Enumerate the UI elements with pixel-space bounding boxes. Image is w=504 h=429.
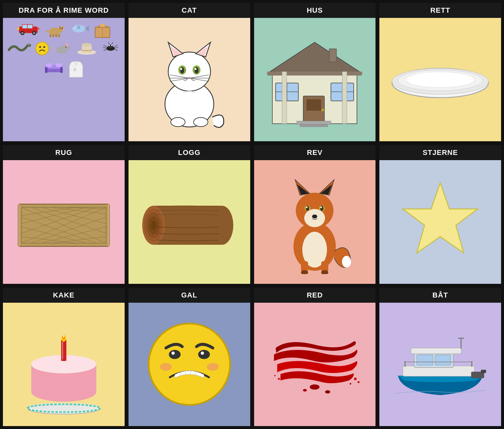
svg-point-24 <box>74 26 75 27</box>
stjerne-header: STJERNE <box>379 145 501 160</box>
rug-body <box>3 160 125 284</box>
svg-point-5 <box>21 32 23 34</box>
svg-point-90 <box>321 109 324 111</box>
wordbank-body[interactable] <box>3 18 125 141</box>
wordbank-car[interactable] <box>15 21 41 37</box>
svg-point-7 <box>33 32 35 34</box>
svg-rect-18 <box>53 34 54 37</box>
svg-rect-188 <box>435 355 451 365</box>
wordbank-box[interactable] <box>93 21 112 38</box>
bat-header: BÅT <box>379 288 501 303</box>
svg-line-54 <box>114 49 118 50</box>
hus-header: HUS <box>254 3 376 18</box>
svg-line-49 <box>103 45 107 47</box>
svg-point-143 <box>306 206 309 211</box>
svg-rect-165 <box>62 341 63 359</box>
svg-point-34 <box>39 46 41 48</box>
svg-point-184 <box>274 375 276 376</box>
wordbank-snake[interactable] <box>6 40 32 53</box>
svg-rect-187 <box>417 355 433 365</box>
svg-marker-86 <box>267 42 362 73</box>
svg-point-35 <box>43 46 45 48</box>
cake-image <box>20 314 108 415</box>
svg-point-73 <box>195 67 198 74</box>
svg-point-65 <box>168 52 211 91</box>
house-image <box>264 33 365 127</box>
red-body <box>254 303 376 426</box>
svg-marker-22 <box>85 26 89 32</box>
svg-line-51 <box>103 49 107 50</box>
wordbank-labcoat[interactable] <box>67 59 85 80</box>
svg-rect-3 <box>28 25 32 28</box>
svg-rect-189 <box>411 348 461 354</box>
svg-line-50 <box>103 48 107 48</box>
svg-rect-44 <box>82 50 92 51</box>
rug-image <box>12 191 116 253</box>
svg-point-16 <box>62 29 63 30</box>
cat-header: CAT <box>129 3 250 18</box>
kake-header: KAKE <box>3 288 125 303</box>
svg-point-168 <box>198 350 210 359</box>
svg-rect-62 <box>60 67 62 73</box>
gal-body <box>129 303 250 426</box>
svg-rect-61 <box>45 67 47 73</box>
hus-body <box>254 18 376 141</box>
red-paint-image <box>263 322 367 407</box>
svg-point-33 <box>36 42 49 55</box>
svg-point-72 <box>180 67 184 74</box>
cell-rett: RETT <box>378 2 502 142</box>
svg-point-43 <box>82 43 92 47</box>
wordbank-fish[interactable] <box>68 21 91 37</box>
svg-point-144 <box>320 206 323 211</box>
svg-rect-19 <box>56 34 57 37</box>
wordbank-hat[interactable] <box>75 40 98 57</box>
svg-point-48 <box>111 45 113 46</box>
cell-stjerne: STJERNE <box>378 144 502 284</box>
wordbank-bed[interactable] <box>42 59 65 75</box>
svg-point-182 <box>350 383 351 385</box>
svg-point-145 <box>306 206 308 208</box>
svg-point-75 <box>195 68 197 70</box>
svg-rect-60 <box>56 63 62 67</box>
fox-image <box>272 170 357 274</box>
wordbank-mouse[interactable] <box>52 40 74 55</box>
svg-rect-191 <box>458 338 464 339</box>
svg-point-176 <box>207 363 219 371</box>
svg-line-56 <box>112 42 113 44</box>
svg-rect-124 <box>18 204 20 246</box>
wordbank-bug[interactable] <box>100 40 121 55</box>
svg-point-177 <box>310 384 320 390</box>
boat-image <box>388 324 492 405</box>
cell-kake: KAKE <box>2 287 126 427</box>
star-image <box>395 176 486 268</box>
svg-point-83 <box>171 118 185 127</box>
svg-rect-17 <box>50 34 51 37</box>
cat-image <box>147 29 232 130</box>
red-header: RED <box>254 288 376 303</box>
svg-point-146 <box>320 206 322 208</box>
svg-point-32 <box>28 44 29 45</box>
svg-rect-9 <box>37 28 39 29</box>
bat-body <box>379 303 501 426</box>
svg-rect-2 <box>22 25 27 28</box>
svg-point-170 <box>201 352 204 355</box>
wordbank-sad-face[interactable] <box>34 40 50 57</box>
cell-hus: HUS <box>253 2 377 142</box>
svg-rect-28 <box>100 24 105 27</box>
svg-point-169 <box>171 352 175 355</box>
cell-red: RED <box>253 287 377 427</box>
svg-point-181 <box>358 381 360 383</box>
wordbank-dog[interactable] <box>43 21 66 38</box>
svg-marker-153 <box>403 183 478 253</box>
svg-point-164 <box>63 335 64 338</box>
svg-rect-193 <box>481 370 486 373</box>
svg-point-180 <box>354 378 357 380</box>
svg-point-47 <box>109 45 110 46</box>
gal-header: GAL <box>129 288 250 303</box>
svg-point-31 <box>28 44 31 47</box>
cell-bat: BÅT <box>378 287 502 427</box>
svg-rect-92 <box>300 124 328 127</box>
log-image <box>137 196 241 248</box>
kake-body <box>3 303 125 426</box>
svg-point-132 <box>151 221 156 230</box>
